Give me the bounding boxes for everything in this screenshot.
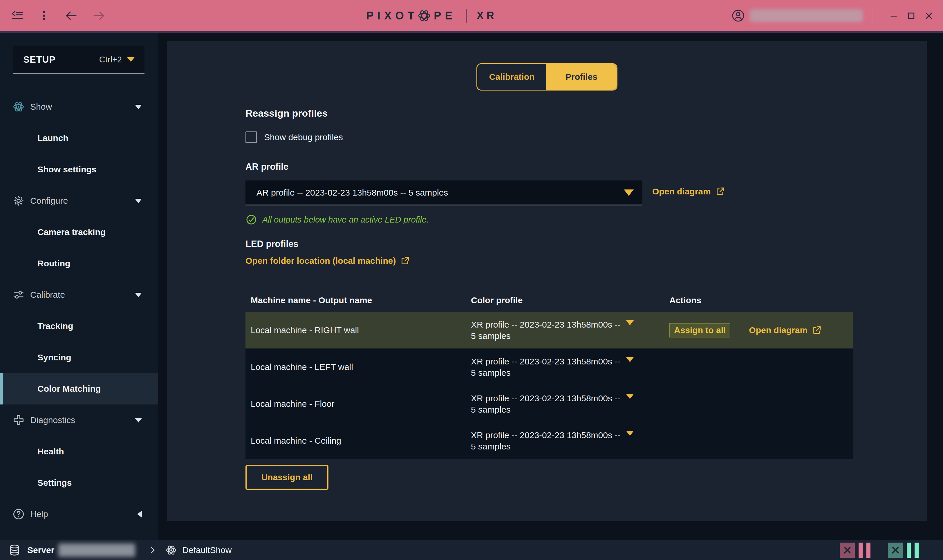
machine-output-name: Local machine - LEFT wall [246, 362, 471, 372]
help-icon [12, 508, 26, 520]
title-bar: PIXOT PE XR [0, 0, 943, 33]
selected-indicator [0, 373, 3, 405]
led-status-message: All outputs below have an active LED pro… [246, 214, 429, 225]
engine-stop-icon[interactable] [840, 543, 855, 558]
sidebar-item-label: Camera tracking [37, 227, 106, 237]
col-color-profile: Color profile [471, 295, 626, 305]
kebab-menu-icon[interactable] [38, 9, 51, 22]
external-link-icon [812, 325, 822, 335]
user-icon[interactable] [731, 9, 745, 23]
engine-pause-icon[interactable] [915, 543, 918, 558]
sidebar-item-label: Show settings [37, 165, 96, 174]
sidebar-item-diagnostics[interactable]: Diagnostics [0, 405, 158, 436]
engine-pause-icon[interactable] [866, 543, 871, 558]
title-bar-right [731, 0, 934, 31]
engine-stop-icon[interactable] [888, 543, 903, 558]
sidebar-item-tracking[interactable]: Tracking [0, 311, 158, 342]
setup-caret-icon [127, 57, 135, 62]
user-account-blurred[interactable] [750, 9, 863, 22]
chevron-down-icon [135, 105, 142, 109]
show-debug-profiles-checkbox[interactable] [246, 131, 257, 143]
open-diagram-label: Open diagram [652, 186, 711, 197]
color-profile-value[interactable]: XR profile -- 2023-02-23 13h58m00s -- 5 … [471, 392, 626, 415]
sidebar-item-label: Show [30, 102, 52, 112]
server-breadcrumb[interactable]: Server [8, 543, 135, 557]
back-arrow-icon[interactable] [64, 8, 78, 23]
setup-label: SETUP [23, 54, 56, 65]
status-text: All outputs below have an active LED pro… [262, 215, 429, 225]
machine-output-name: Local machine - Floor [246, 399, 471, 409]
sidebar-item-help[interactable]: Help [0, 498, 158, 530]
row-dropdown-caret[interactable] [626, 436, 669, 446]
sidebar-item-calibrate[interactable]: Calibrate [0, 279, 158, 311]
open-folder-location-link[interactable]: Open folder location (local machine) [246, 255, 410, 266]
title-bar-left [11, 0, 106, 31]
sidebar-item-show-settings[interactable]: Show settings [0, 154, 158, 185]
sidebar-item-color-matching[interactable]: Color Matching [0, 373, 158, 405]
sidebar-item-configure[interactable]: Configure [0, 185, 158, 217]
unassign-all-button[interactable]: Unassign all [246, 465, 328, 490]
calibrate-sliders-icon [12, 288, 26, 301]
app-window: PIXOT PE XR SET [0, 0, 943, 560]
close-icon[interactable] [923, 10, 934, 21]
sidebar-item-settings[interactable]: Settings [0, 467, 158, 498]
diagnostics-cross-icon [12, 414, 26, 426]
ar-profile-dropdown[interactable]: AR profile -- 2023-02-23 13h58m00s -- 5 … [246, 180, 642, 205]
row-dropdown-caret[interactable] [626, 362, 669, 372]
led-table-header: Machine name - Output name Color profile… [246, 289, 853, 312]
sidebar-item-show[interactable]: Show [0, 91, 158, 122]
chevron-down-icon [135, 199, 142, 203]
sidebar-item-label: Color Matching [37, 384, 101, 394]
profile-tabs: Calibration Profiles [477, 63, 617, 91]
sidebar-item-syncing[interactable]: Syncing [0, 342, 158, 373]
sidebar-item-health[interactable]: Health [0, 436, 158, 467]
dropdown-caret-icon [626, 431, 634, 445]
logo-text-left: PIXOT [366, 9, 418, 22]
minimize-icon[interactable] [888, 11, 899, 21]
tab-calibration[interactable]: Calibration [477, 64, 546, 90]
col-actions: Actions [669, 295, 853, 305]
external-link-icon [400, 255, 410, 266]
row-dropdown-caret[interactable] [626, 325, 669, 335]
open-diagram-link[interactable]: Open diagram [652, 186, 725, 197]
forward-arrow-icon[interactable] [92, 8, 106, 23]
tab-profiles[interactable]: Profiles [546, 64, 617, 90]
chevron-down-icon [135, 293, 142, 297]
sidebar-item-label: Diagnostics [30, 415, 75, 425]
machine-output-name: Local machine - RIGHT wall [246, 325, 471, 335]
dropdown-caret-icon [626, 357, 634, 372]
show-debug-profiles-row: Show debug profiles [246, 131, 343, 143]
sidebar-item-routing[interactable]: Routing [0, 248, 158, 279]
maximize-icon[interactable] [906, 11, 916, 21]
setup-shortcut: Ctrl+2 [99, 55, 122, 65]
show-breadcrumb[interactable]: DefaultShow [165, 544, 232, 557]
color-profile-value[interactable]: XR profile -- 2023-02-23 13h58m00s -- 5 … [471, 319, 626, 342]
color-profile-value[interactable]: XR profile -- 2023-02-23 13h58m00s -- 5 … [471, 429, 626, 452]
open-diagram-label: Open diagram [749, 325, 808, 335]
engine-pause-icon[interactable] [858, 543, 863, 558]
assign-to-all-button[interactable]: Assign to all [669, 323, 730, 337]
row-open-diagram-link[interactable]: Open diagram [749, 325, 822, 335]
dropdown-caret-icon [626, 320, 634, 335]
logo-divider [466, 9, 467, 23]
external-link-icon [715, 186, 725, 197]
setup-level-selector[interactable]: SETUP Ctrl+2 [13, 46, 145, 74]
table-row: Local machine - LEFT wall XR profile -- … [246, 348, 853, 385]
server-label: Server [27, 545, 54, 555]
sidebar-item-camera-tracking[interactable]: Camera tracking [0, 217, 158, 248]
sidebar-item-label: Configure [30, 196, 68, 206]
show-atom-icon [12, 100, 26, 114]
ar-profile-value: AR profile -- 2023-02-23 13h58m00s -- 5 … [257, 188, 448, 198]
sidebar-item-launch[interactable]: Launch [0, 122, 158, 154]
app-logo: PIXOT PE XR [366, 0, 497, 31]
ar-profile-label: AR profile [246, 162, 288, 172]
table-row: Local machine - RIGHT wall XR profile --… [246, 312, 853, 348]
engine-status-indicators [840, 543, 918, 558]
reassign-profiles-title: Reassign profiles [246, 108, 328, 119]
color-profile-value[interactable]: XR profile -- 2023-02-23 13h58m00s -- 5 … [471, 356, 626, 378]
sidebar-item-label: Tracking [37, 321, 73, 331]
row-dropdown-caret[interactable] [626, 399, 669, 409]
collapse-sidebar-icon[interactable] [11, 9, 25, 23]
sidebar-menu: Show Launch Show settings Configure Came… [0, 91, 158, 530]
engine-pause-icon[interactable] [907, 543, 911, 558]
